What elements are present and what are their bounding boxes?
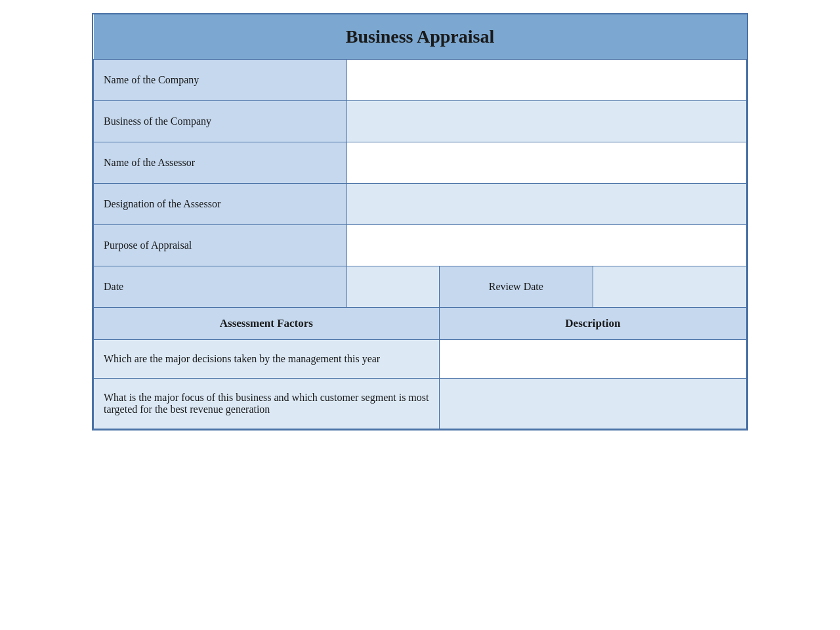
assessment-factors-header: Assessment Factors	[94, 308, 440, 340]
designation-of-assessor-value[interactable]	[347, 184, 747, 225]
name-of-assessor-value[interactable]	[347, 142, 747, 184]
purpose-of-appraisal-row: Purpose of Appraisal	[94, 225, 747, 266]
review-date-value[interactable]	[593, 266, 746, 308]
date-label: Date	[94, 266, 347, 308]
assessment-factor-1: Which are the major decisions taken by t…	[94, 340, 440, 379]
date-row: Date Review Date	[94, 266, 747, 308]
business-of-company-value[interactable]	[347, 101, 747, 142]
section-header-row: Assessment Factors Description	[94, 308, 747, 340]
date-value[interactable]	[347, 266, 439, 308]
assessment-description-2[interactable]	[439, 379, 746, 429]
description-header: Description	[439, 308, 746, 340]
purpose-of-appraisal-value[interactable]	[347, 225, 747, 266]
designation-of-assessor-row: Designation of the Assessor	[94, 184, 747, 225]
name-of-assessor-row: Name of the Assessor	[94, 142, 747, 184]
header-row: Business Appraisal	[94, 14, 747, 60]
purpose-of-appraisal-label: Purpose of Appraisal	[94, 225, 347, 266]
table-header: Business Appraisal	[94, 14, 747, 60]
review-date-label: Review Date	[439, 266, 593, 308]
appraisal-table: Business Appraisal Name of the Company B…	[92, 13, 748, 430]
assessment-row-2: What is the major focus of this business…	[94, 379, 747, 429]
name-of-company-row: Name of the Company	[94, 60, 747, 101]
assessment-row-1: Which are the major decisions taken by t…	[94, 340, 747, 379]
name-of-assessor-label: Name of the Assessor	[94, 142, 347, 184]
main-title: Business Appraisal	[346, 26, 494, 47]
name-of-company-value[interactable]	[347, 60, 747, 101]
business-of-company-row: Business of the Company	[94, 101, 747, 142]
assessment-factor-2: What is the major focus of this business…	[94, 379, 440, 429]
assessment-description-1[interactable]	[439, 340, 746, 379]
business-of-company-label: Business of the Company	[94, 101, 347, 142]
designation-of-assessor-label: Designation of the Assessor	[94, 184, 347, 225]
name-of-company-label: Name of the Company	[94, 60, 347, 101]
